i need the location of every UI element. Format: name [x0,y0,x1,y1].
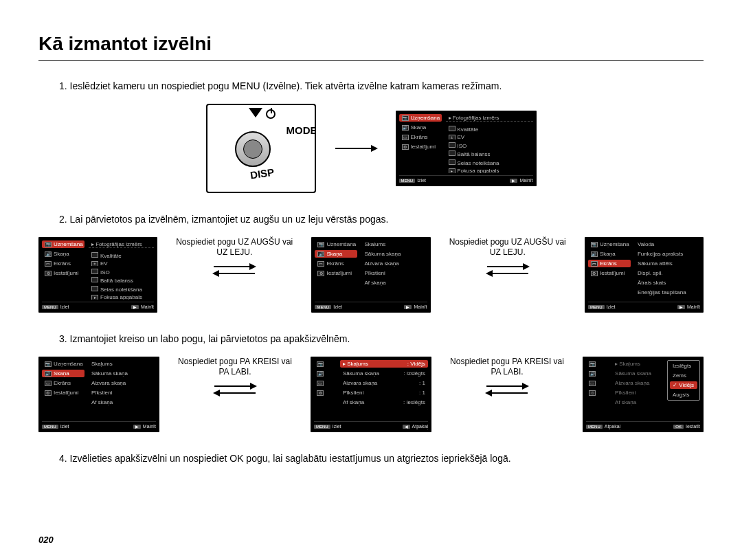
row-3: 📷Uzņemšana 🔊Skaņa ▭Ekrāns ⚙Iestatījumi S… [38,357,704,432]
arrow-right-icon [335,148,376,149]
arrow-left-icon [486,392,528,394]
opt-kvalitate: Kvalitāte [446,125,533,131]
arrow-left-icon [487,273,528,274]
tab-iestatijumi[interactable]: ⚙Iestatījumi [399,143,442,150]
disp-label: DISP [249,166,274,181]
step-3: 3. Izmantojiet kreiso un labo pogu, lai … [59,333,704,344]
camera-diagram: MODE DISP [206,104,316,193]
menu-screen-uznemsana-2: 📷Uzņemšana 🔊Skaņa ▭Ekrāns ⚙Iestatījumi ▸… [38,237,157,313]
opt-ev: ±EV [446,133,533,139]
arrow-caption-updown-2: Nospiediet pogu UZ AUGŠU vai UZ LEJU. [443,237,572,258]
page-number: 020 [38,535,54,545]
menu-screen-skana: 📷Uzņemšana 🔊Skaņa ▭Ekrāns ⚙Iestatījumi S… [311,237,430,313]
opt-balta-balanss: Baltā balanss [446,150,533,156]
step-4: 4. Izvēlieties apakšizvēlni un nospiedie… [59,453,704,464]
arrow-left-icon [214,392,256,394]
power-icon [266,109,276,119]
menu-screen-ekrans: 📷Uzņemšana 🔊Skaņa ▭Ekrāns ⚙Iestatījumi V… [585,237,704,313]
opt-iso: ISO [446,142,533,148]
menu-screen-skana-detail-1: 📷Uzņemšana 🔊Skaņa ▭Ekrāns ⚙Iestatījumi S… [38,357,159,432]
menu-screen-skana-detail-2: 📷 🔊 ▭ ⚙ ▸ Skaļums: Vidējs Sākuma skaņa: … [311,357,431,432]
arrow-left-icon [214,273,255,274]
tab-ekrans[interactable]: ▭Ekrāns [399,133,442,141]
opt-videjs[interactable]: ✓ Vidējs [670,381,697,389]
opt-sejas: Sejas noteikšana [446,159,533,165]
arrow-right-icon [214,266,255,267]
row-2: 📷Uzņemšana 🔊Skaņa ▭Ekrāns ⚙Iestatījumi ▸… [38,237,704,313]
arrow-right-icon [487,266,528,267]
menu-button[interactable] [235,131,271,167]
opt-foto-izmers: ▸ Fotogrāfijas izmērs [446,114,533,122]
arrow-right-icon [486,385,528,387]
arrow-right-icon [214,385,256,387]
footer-bar: MENUIziet ▶Mainīt [399,175,533,183]
opt-augsts[interactable]: Augsts [670,391,697,399]
mode-label: MODE [286,124,316,136]
tab-uznemsana[interactable]: 📷Uzņemšana [399,114,442,122]
menu-screen-skana-options: 📷 🔊 ▭ ⚙ ▸ Skaļums Sākuma skaņa Aizvara s… [583,357,704,432]
step-2: 2. Lai pārvietotos pa izvēlnēm, izmantoj… [59,214,704,225]
step-1: 1. Ieslēdziet kameru un nospiediet pogu … [59,80,704,91]
arrow-connector [335,148,376,149]
arrow-caption-updown: Nospiediet pogu UZ AUGŠU vai UZ LEJU. [170,237,299,258]
arrow-caption-leftright-2: Nospiediet pogu PA KREISI vai PA LABI. [444,357,570,377]
opt-izslegts[interactable]: Izslēgts [670,362,697,370]
arrow-down-icon [249,108,262,117]
row-1: MODE DISP 📷Uzņemšana 🔊Skaņa ▭Ekrāns ⚙Ies… [38,104,704,193]
opt-zems[interactable]: Zems [670,372,697,379]
page-title: Kā izmantot izvēlni [38,33,704,61]
menu-screen-uznemsana: 📷Uzņemšana 🔊Skaņa ▭Ekrāns ⚙Iestatījumi ▸… [396,111,537,186]
opt-fokusa: ▸Fokusa apgabals [446,167,533,173]
tab-skana[interactable]: 🔊Skaņa [399,124,442,131]
arrow-caption-leftright: Nospiediet pogu PA KREISI vai PA LABI. [172,357,298,377]
